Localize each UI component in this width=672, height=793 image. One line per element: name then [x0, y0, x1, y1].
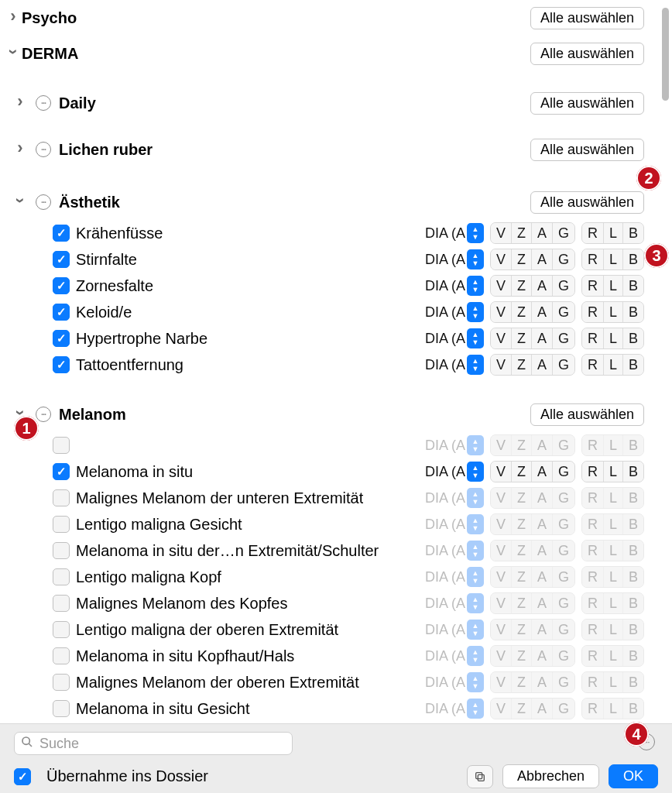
- toggle-G[interactable]: G: [553, 276, 574, 296]
- stepper-icon[interactable]: [467, 462, 484, 482]
- toggle-group[interactable]: RLB: [581, 540, 644, 561]
- toggle-A[interactable]: A: [532, 646, 553, 666]
- toggle-L[interactable]: L: [604, 593, 623, 613]
- toggle-group[interactable]: RLB: [581, 619, 644, 640]
- toggle-R[interactable]: R: [582, 646, 604, 666]
- toggle-V[interactable]: V: [491, 302, 512, 322]
- toggle-Z[interactable]: Z: [512, 435, 532, 455]
- toggle-group[interactable]: VZAG: [490, 513, 575, 535]
- toggle-B[interactable]: B: [623, 646, 643, 666]
- dia-select[interactable]: DIA (A: [422, 645, 484, 667]
- toggle-L[interactable]: L: [604, 462, 623, 482]
- toggle-group[interactable]: RLB: [581, 566, 644, 588]
- toggle-R[interactable]: R: [582, 514, 604, 534]
- dia-select[interactable]: DIA (A: [422, 434, 484, 456]
- stepper-icon[interactable]: [467, 249, 484, 269]
- toggle-L[interactable]: L: [604, 620, 623, 640]
- toggle-V[interactable]: V: [491, 355, 512, 375]
- toggle-group[interactable]: RLB: [581, 671, 644, 693]
- more-icon[interactable]: [36, 407, 51, 422]
- toggle-V[interactable]: V: [491, 435, 512, 455]
- dia-select[interactable]: DIA (A: [422, 540, 484, 561]
- toggle-V[interactable]: V: [491, 567, 512, 587]
- dia-select[interactable]: DIA (A: [422, 354, 484, 376]
- toggle-A[interactable]: A: [532, 328, 553, 348]
- item-checkbox[interactable]: [53, 330, 70, 347]
- toggle-A[interactable]: A: [532, 223, 553, 243]
- stepper-icon[interactable]: [467, 672, 484, 692]
- dia-select[interactable]: DIA (A: [422, 592, 484, 614]
- dia-select[interactable]: DIA (A: [422, 566, 484, 588]
- subsection-melanom[interactable]: Melanom Alle auswählen: [0, 396, 672, 432]
- subsection-lichen[interactable]: Lichen ruber Alle auswählen: [0, 132, 672, 167]
- toggle-Z[interactable]: Z: [512, 593, 532, 613]
- item-checkbox[interactable]: [53, 251, 70, 268]
- toggle-A[interactable]: A: [532, 462, 553, 482]
- stepper-icon[interactable]: [467, 276, 484, 296]
- toggle-R[interactable]: R: [582, 328, 604, 348]
- stepper-icon[interactable]: [467, 620, 484, 640]
- toggle-L[interactable]: L: [604, 514, 623, 534]
- toggle-A[interactable]: A: [532, 593, 553, 613]
- section-psycho[interactable]: Psycho Alle auswählen: [0, 0, 672, 36]
- toggle-G[interactable]: G: [553, 488, 574, 508]
- dia-select[interactable]: DIA (A: [422, 513, 484, 535]
- toggle-G[interactable]: G: [553, 646, 574, 666]
- toggle-R[interactable]: R: [582, 276, 604, 296]
- toggle-R[interactable]: R: [582, 593, 604, 613]
- dia-select[interactable]: DIA (A: [422, 301, 484, 323]
- more-icon[interactable]: [36, 194, 51, 210]
- toggle-A[interactable]: A: [532, 276, 553, 296]
- toggle-group[interactable]: RLB: [581, 645, 644, 667]
- toggle-group[interactable]: RLB: [581, 301, 644, 323]
- toggle-G[interactable]: G: [553, 355, 574, 375]
- item-checkbox[interactable]: [53, 489, 70, 506]
- select-all-button[interactable]: Alle auswählen: [530, 191, 644, 214]
- toggle-group[interactable]: VZAG: [490, 328, 575, 349]
- toggle-V[interactable]: V: [491, 462, 512, 482]
- toggle-group[interactable]: VZAG: [490, 487, 575, 509]
- dia-select[interactable]: DIA (A: [422, 328, 484, 349]
- toggle-group[interactable]: RLB: [581, 592, 644, 614]
- toggle-L[interactable]: L: [604, 328, 623, 348]
- copy-icon-button[interactable]: [467, 765, 493, 788]
- toggle-L[interactable]: L: [604, 276, 623, 296]
- toggle-V[interactable]: V: [491, 541, 512, 561]
- toggle-B[interactable]: B: [623, 249, 643, 269]
- toggle-group[interactable]: RLB: [581, 275, 644, 297]
- toggle-A[interactable]: A: [532, 567, 553, 587]
- toggle-A[interactable]: A: [532, 249, 553, 269]
- item-checkbox[interactable]: [53, 304, 70, 321]
- toggle-group[interactable]: RLB: [581, 461, 644, 482]
- search-field[interactable]: [14, 732, 293, 755]
- toggle-G[interactable]: G: [553, 567, 574, 587]
- toggle-B[interactable]: B: [623, 672, 643, 692]
- toggle-group[interactable]: VZAG: [490, 671, 575, 693]
- toggle-A[interactable]: A: [532, 302, 553, 322]
- toggle-B[interactable]: B: [623, 567, 643, 587]
- toggle-group[interactable]: VZAG: [490, 540, 575, 561]
- select-all-button[interactable]: Alle auswählen: [530, 92, 644, 115]
- toggle-group[interactable]: VZAG: [490, 354, 575, 376]
- toggle-G[interactable]: G: [553, 223, 574, 243]
- toggle-L[interactable]: L: [604, 355, 623, 375]
- toggle-V[interactable]: V: [491, 249, 512, 269]
- item-checkbox[interactable]: [53, 674, 70, 691]
- toggle-R[interactable]: R: [582, 672, 604, 692]
- toggle-B[interactable]: B: [623, 541, 643, 561]
- stepper-icon[interactable]: [467, 699, 484, 719]
- toggle-Z[interactable]: Z: [512, 488, 532, 508]
- toggle-group[interactable]: VZAG: [490, 566, 575, 588]
- toggle-G[interactable]: G: [553, 302, 574, 322]
- toggle-V[interactable]: V: [491, 620, 512, 640]
- toggle-L[interactable]: L: [604, 672, 623, 692]
- toggle-A[interactable]: A: [532, 488, 553, 508]
- toggle-V[interactable]: V: [491, 699, 512, 719]
- toggle-group[interactable]: VZAG: [490, 275, 575, 297]
- item-checkbox[interactable]: [53, 277, 70, 294]
- toggle-L[interactable]: L: [604, 541, 623, 561]
- toggle-Z[interactable]: Z: [512, 355, 532, 375]
- toggle-R[interactable]: R: [582, 249, 604, 269]
- toggle-group[interactable]: RLB: [581, 354, 644, 376]
- toggle-L[interactable]: L: [604, 249, 623, 269]
